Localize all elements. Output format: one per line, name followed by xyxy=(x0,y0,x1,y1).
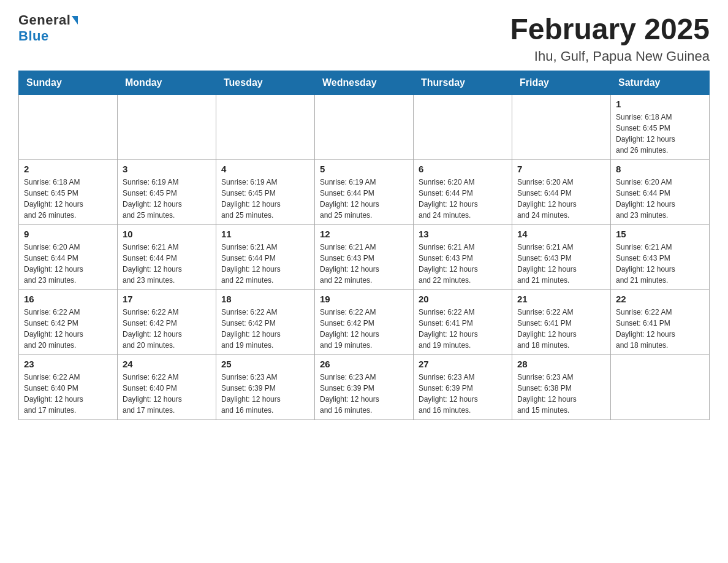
day-number: 16 xyxy=(24,294,112,304)
logo-blue-text: Blue xyxy=(18,28,49,44)
day-number: 24 xyxy=(123,359,211,369)
day-info: Sunrise: 6:22 AM Sunset: 6:42 PM Dayligh… xyxy=(221,307,309,351)
day-number: 25 xyxy=(221,359,309,369)
calendar-cell: 8Sunrise: 6:20 AM Sunset: 6:44 PM Daylig… xyxy=(611,160,710,225)
day-info: Sunrise: 6:21 AM Sunset: 6:43 PM Dayligh… xyxy=(517,242,605,286)
day-info: Sunrise: 6:23 AM Sunset: 6:39 PM Dayligh… xyxy=(320,372,408,416)
week-row-2: 2Sunrise: 6:18 AM Sunset: 6:45 PM Daylig… xyxy=(19,160,710,225)
day-number: 19 xyxy=(320,294,408,304)
calendar-title: February 2025 xyxy=(510,12,710,46)
day-number: 12 xyxy=(320,229,408,239)
calendar-cell: 22Sunrise: 6:22 AM Sunset: 6:41 PM Dayli… xyxy=(611,290,710,355)
day-number: 3 xyxy=(123,164,211,174)
calendar-cell: 26Sunrise: 6:23 AM Sunset: 6:39 PM Dayli… xyxy=(315,355,414,420)
calendar-cell: 14Sunrise: 6:21 AM Sunset: 6:43 PM Dayli… xyxy=(512,225,611,290)
day-number: 11 xyxy=(221,229,309,239)
logo: General Blue xyxy=(18,12,78,44)
calendar-cell xyxy=(216,95,315,160)
day-info: Sunrise: 6:20 AM Sunset: 6:44 PM Dayligh… xyxy=(517,177,605,221)
day-info: Sunrise: 6:20 AM Sunset: 6:44 PM Dayligh… xyxy=(24,242,112,286)
page-header: General Blue February 2025 Ihu, Gulf, Pa… xyxy=(18,12,710,64)
calendar-cell: 28Sunrise: 6:23 AM Sunset: 6:38 PM Dayli… xyxy=(512,355,611,420)
col-tuesday: Tuesday xyxy=(216,71,315,95)
calendar-cell: 12Sunrise: 6:21 AM Sunset: 6:43 PM Dayli… xyxy=(315,225,414,290)
day-info: Sunrise: 6:21 AM Sunset: 6:43 PM Dayligh… xyxy=(320,242,408,286)
day-number: 15 xyxy=(616,229,704,239)
day-info: Sunrise: 6:22 AM Sunset: 6:42 PM Dayligh… xyxy=(123,307,211,351)
day-number: 21 xyxy=(517,294,605,304)
day-info: Sunrise: 6:22 AM Sunset: 6:40 PM Dayligh… xyxy=(24,372,112,416)
calendar-cell: 18Sunrise: 6:22 AM Sunset: 6:42 PM Dayli… xyxy=(216,290,315,355)
day-info: Sunrise: 6:22 AM Sunset: 6:42 PM Dayligh… xyxy=(24,307,112,351)
day-number: 18 xyxy=(221,294,309,304)
week-row-5: 23Sunrise: 6:22 AM Sunset: 6:40 PM Dayli… xyxy=(19,355,710,420)
calendar-cell: 15Sunrise: 6:21 AM Sunset: 6:43 PM Dayli… xyxy=(611,225,710,290)
calendar-cell: 10Sunrise: 6:21 AM Sunset: 6:44 PM Dayli… xyxy=(118,225,216,290)
calendar-table: Sunday Monday Tuesday Wednesday Thursday… xyxy=(18,71,710,420)
calendar-cell xyxy=(414,95,512,160)
day-info: Sunrise: 6:21 AM Sunset: 6:44 PM Dayligh… xyxy=(221,242,309,286)
day-number: 28 xyxy=(517,359,605,369)
day-number: 22 xyxy=(616,294,704,304)
day-number: 6 xyxy=(419,164,507,174)
week-row-1: 1Sunrise: 6:18 AM Sunset: 6:45 PM Daylig… xyxy=(19,95,710,160)
calendar-cell: 11Sunrise: 6:21 AM Sunset: 6:44 PM Dayli… xyxy=(216,225,315,290)
day-info: Sunrise: 6:20 AM Sunset: 6:44 PM Dayligh… xyxy=(419,177,507,221)
title-block: February 2025 Ihu, Gulf, Papua New Guine… xyxy=(510,12,710,64)
calendar-cell: 5Sunrise: 6:19 AM Sunset: 6:44 PM Daylig… xyxy=(315,160,414,225)
calendar-cell: 13Sunrise: 6:21 AM Sunset: 6:43 PM Dayli… xyxy=(414,225,512,290)
day-info: Sunrise: 6:20 AM Sunset: 6:44 PM Dayligh… xyxy=(616,177,704,221)
col-thursday: Thursday xyxy=(414,71,512,95)
calendar-cell: 20Sunrise: 6:22 AM Sunset: 6:41 PM Dayli… xyxy=(414,290,512,355)
day-number: 20 xyxy=(419,294,507,304)
calendar-cell xyxy=(315,95,414,160)
day-number: 14 xyxy=(517,229,605,239)
day-number: 26 xyxy=(320,359,408,369)
col-monday: Monday xyxy=(118,71,216,95)
calendar-subtitle: Ihu, Gulf, Papua New Guinea xyxy=(510,48,710,64)
day-number: 10 xyxy=(123,229,211,239)
calendar-cell: 17Sunrise: 6:22 AM Sunset: 6:42 PM Dayli… xyxy=(118,290,216,355)
day-info: Sunrise: 6:22 AM Sunset: 6:40 PM Dayligh… xyxy=(123,372,211,416)
day-info: Sunrise: 6:21 AM Sunset: 6:43 PM Dayligh… xyxy=(419,242,507,286)
calendar-cell: 6Sunrise: 6:20 AM Sunset: 6:44 PM Daylig… xyxy=(414,160,512,225)
day-number: 27 xyxy=(419,359,507,369)
calendar-cell: 27Sunrise: 6:23 AM Sunset: 6:39 PM Dayli… xyxy=(414,355,512,420)
day-info: Sunrise: 6:23 AM Sunset: 6:39 PM Dayligh… xyxy=(419,372,507,416)
week-row-3: 9Sunrise: 6:20 AM Sunset: 6:44 PM Daylig… xyxy=(19,225,710,290)
day-number: 8 xyxy=(616,164,704,174)
calendar-cell: 4Sunrise: 6:19 AM Sunset: 6:45 PM Daylig… xyxy=(216,160,315,225)
calendar-cell: 2Sunrise: 6:18 AM Sunset: 6:45 PM Daylig… xyxy=(19,160,118,225)
calendar-cell xyxy=(118,95,216,160)
day-info: Sunrise: 6:22 AM Sunset: 6:41 PM Dayligh… xyxy=(616,307,704,351)
logo-general-text: General xyxy=(18,12,70,28)
weekday-header-row: Sunday Monday Tuesday Wednesday Thursday… xyxy=(19,71,710,95)
day-info: Sunrise: 6:23 AM Sunset: 6:39 PM Dayligh… xyxy=(221,372,309,416)
day-info: Sunrise: 6:21 AM Sunset: 6:44 PM Dayligh… xyxy=(123,242,211,286)
day-number: 2 xyxy=(24,164,112,174)
day-number: 7 xyxy=(517,164,605,174)
day-number: 13 xyxy=(419,229,507,239)
calendar-cell: 3Sunrise: 6:19 AM Sunset: 6:45 PM Daylig… xyxy=(118,160,216,225)
calendar-cell xyxy=(512,95,611,160)
col-saturday: Saturday xyxy=(611,71,710,95)
calendar-cell: 25Sunrise: 6:23 AM Sunset: 6:39 PM Dayli… xyxy=(216,355,315,420)
day-number: 4 xyxy=(221,164,309,174)
day-info: Sunrise: 6:18 AM Sunset: 6:45 PM Dayligh… xyxy=(616,112,704,156)
day-info: Sunrise: 6:18 AM Sunset: 6:45 PM Dayligh… xyxy=(24,177,112,221)
day-number: 17 xyxy=(123,294,211,304)
calendar-cell: 1Sunrise: 6:18 AM Sunset: 6:45 PM Daylig… xyxy=(611,95,710,160)
day-info: Sunrise: 6:22 AM Sunset: 6:41 PM Dayligh… xyxy=(419,307,507,351)
day-info: Sunrise: 6:23 AM Sunset: 6:38 PM Dayligh… xyxy=(517,372,605,416)
calendar-cell: 19Sunrise: 6:22 AM Sunset: 6:42 PM Dayli… xyxy=(315,290,414,355)
logo-arrow-icon xyxy=(72,16,78,25)
col-friday: Friday xyxy=(512,71,611,95)
day-number: 9 xyxy=(24,229,112,239)
day-info: Sunrise: 6:22 AM Sunset: 6:41 PM Dayligh… xyxy=(517,307,605,351)
day-info: Sunrise: 6:21 AM Sunset: 6:43 PM Dayligh… xyxy=(616,242,704,286)
col-sunday: Sunday xyxy=(19,71,118,95)
calendar-cell: 21Sunrise: 6:22 AM Sunset: 6:41 PM Dayli… xyxy=(512,290,611,355)
calendar-cell xyxy=(611,355,710,420)
calendar-cell: 9Sunrise: 6:20 AM Sunset: 6:44 PM Daylig… xyxy=(19,225,118,290)
day-number: 5 xyxy=(320,164,408,174)
